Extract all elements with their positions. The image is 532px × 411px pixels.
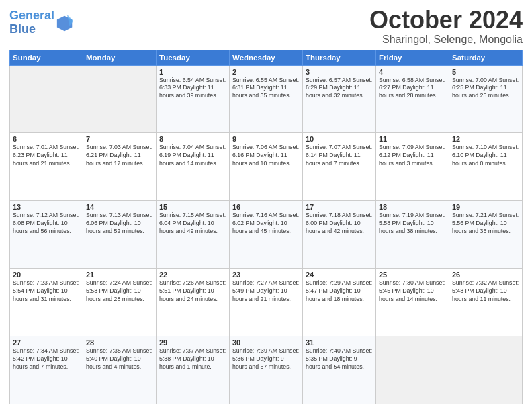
day-number: 28: [86, 338, 153, 347]
calendar-cell: 7Sunrise: 7:03 AM Sunset: 6:21 PM Daylig…: [83, 133, 157, 201]
calendar-cell: 27Sunrise: 7:34 AM Sunset: 5:42 PM Dayli…: [10, 336, 83, 404]
day-number: 19: [452, 203, 519, 211]
day-info: Sunrise: 6:55 AM Sunset: 6:31 PM Dayligh…: [232, 77, 300, 101]
calendar-cell: 22Sunrise: 7:26 AM Sunset: 5:51 PM Dayli…: [157, 269, 230, 336]
day-info: Sunrise: 7:12 AM Sunset: 6:08 PM Dayligh…: [13, 212, 80, 236]
day-number: 1: [159, 68, 226, 76]
calendar-cell: 17Sunrise: 7:18 AM Sunset: 6:00 PM Dayli…: [303, 201, 376, 269]
day-number: 9: [232, 135, 300, 143]
calendar-cell: 30Sunrise: 7:39 AM Sunset: 5:36 PM Dayli…: [230, 336, 303, 404]
day-info: Sunrise: 7:39 AM Sunset: 5:36 PM Dayligh…: [232, 347, 300, 371]
calendar-cell: 15Sunrise: 7:15 AM Sunset: 6:04 PM Dayli…: [157, 201, 230, 269]
calendar-cell: 16Sunrise: 7:16 AM Sunset: 6:02 PM Dayli…: [230, 201, 303, 269]
day-info: Sunrise: 7:07 AM Sunset: 6:14 PM Dayligh…: [306, 144, 373, 168]
calendar-cell: 25Sunrise: 7:30 AM Sunset: 5:45 PM Dayli…: [376, 269, 449, 336]
day-number: 17: [306, 203, 373, 211]
logo: General Blue: [9, 9, 75, 36]
month-title: October 2024: [369, 7, 523, 34]
logo-text: General Blue: [9, 9, 54, 36]
calendar-cell: [376, 336, 449, 404]
day-number: 7: [86, 135, 153, 143]
day-info: Sunrise: 7:37 AM Sunset: 5:38 PM Dayligh…: [159, 347, 226, 371]
day-number: 25: [379, 271, 446, 279]
weekday-header: Tuesday: [157, 50, 230, 65]
day-info: Sunrise: 7:27 AM Sunset: 5:49 PM Dayligh…: [232, 279, 300, 304]
weekday-header: Monday: [83, 50, 157, 65]
day-info: Sunrise: 6:58 AM Sunset: 6:27 PM Dayligh…: [379, 77, 446, 101]
calendar-cell: 6Sunrise: 7:01 AM Sunset: 6:23 PM Daylig…: [10, 133, 83, 201]
day-info: Sunrise: 7:19 AM Sunset: 5:58 PM Dayligh…: [379, 212, 446, 236]
day-info: Sunrise: 7:15 AM Sunset: 6:04 PM Dayligh…: [159, 212, 226, 236]
day-info: Sunrise: 6:57 AM Sunset: 6:29 PM Dayligh…: [306, 77, 373, 101]
calendar-header-row: SundayMondayTuesdayWednesdayThursdayFrid…: [10, 50, 523, 65]
day-info: Sunrise: 7:23 AM Sunset: 5:54 PM Dayligh…: [13, 279, 80, 304]
day-number: 23: [232, 271, 300, 279]
day-info: Sunrise: 7:21 AM Sunset: 5:56 PM Dayligh…: [452, 212, 519, 236]
calendar-cell: 19Sunrise: 7:21 AM Sunset: 5:56 PM Dayli…: [449, 201, 523, 269]
day-number: 31: [306, 338, 373, 347]
day-info: Sunrise: 7:01 AM Sunset: 6:23 PM Dayligh…: [13, 144, 80, 168]
day-number: 15: [159, 203, 226, 211]
calendar-cell: 4Sunrise: 6:58 AM Sunset: 6:27 PM Daylig…: [376, 65, 449, 133]
day-number: 27: [13, 338, 80, 347]
day-info: Sunrise: 7:32 AM Sunset: 5:43 PM Dayligh…: [452, 279, 519, 304]
calendar-cell: 28Sunrise: 7:35 AM Sunset: 5:40 PM Dayli…: [83, 336, 157, 404]
calendar-cell: 9Sunrise: 7:06 AM Sunset: 6:16 PM Daylig…: [230, 133, 303, 201]
day-number: 10: [306, 135, 373, 143]
day-number: 22: [159, 271, 226, 279]
day-info: Sunrise: 7:30 AM Sunset: 5:45 PM Dayligh…: [379, 279, 446, 304]
day-info: Sunrise: 7:29 AM Sunset: 5:47 PM Dayligh…: [306, 279, 373, 304]
calendar-cell: 23Sunrise: 7:27 AM Sunset: 5:49 PM Dayli…: [230, 269, 303, 336]
calendar-cell: [83, 65, 157, 133]
day-number: 26: [452, 271, 519, 279]
calendar-body: 1Sunrise: 6:54 AM Sunset: 6:33 PM Daylig…: [10, 65, 523, 404]
day-info: Sunrise: 7:06 AM Sunset: 6:16 PM Dayligh…: [232, 144, 300, 168]
calendar-cell: 14Sunrise: 7:13 AM Sunset: 6:06 PM Dayli…: [83, 201, 157, 269]
day-info: Sunrise: 7:34 AM Sunset: 5:42 PM Dayligh…: [13, 347, 80, 371]
calendar-cell: 3Sunrise: 6:57 AM Sunset: 6:29 PM Daylig…: [303, 65, 376, 133]
calendar-cell: 8Sunrise: 7:04 AM Sunset: 6:19 PM Daylig…: [157, 133, 230, 201]
calendar-cell: 2Sunrise: 6:55 AM Sunset: 6:31 PM Daylig…: [230, 65, 303, 133]
day-number: 16: [232, 203, 300, 211]
day-info: Sunrise: 7:24 AM Sunset: 5:53 PM Dayligh…: [86, 279, 153, 304]
calendar-cell: 26Sunrise: 7:32 AM Sunset: 5:43 PM Dayli…: [449, 269, 523, 336]
day-info: Sunrise: 7:10 AM Sunset: 6:10 PM Dayligh…: [452, 144, 519, 168]
calendar-cell: 18Sunrise: 7:19 AM Sunset: 5:58 PM Dayli…: [376, 201, 449, 269]
calendar-week-row: 13Sunrise: 7:12 AM Sunset: 6:08 PM Dayli…: [10, 201, 523, 269]
day-info: Sunrise: 7:09 AM Sunset: 6:12 PM Dayligh…: [379, 144, 446, 168]
calendar-table: SundayMondayTuesdayWednesdayThursdayFrid…: [9, 50, 523, 404]
calendar-cell: 21Sunrise: 7:24 AM Sunset: 5:53 PM Dayli…: [83, 269, 157, 336]
day-number: 6: [13, 135, 80, 143]
day-number: 13: [13, 203, 80, 211]
calendar-cell: 24Sunrise: 7:29 AM Sunset: 5:47 PM Dayli…: [303, 269, 376, 336]
day-info: Sunrise: 7:26 AM Sunset: 5:51 PM Dayligh…: [159, 279, 226, 304]
title-block: October 2024 Sharingol, Selenge, Mongoli…: [369, 7, 523, 46]
day-number: 11: [379, 135, 446, 143]
logo-icon: [56, 13, 75, 32]
calendar-cell: 29Sunrise: 7:37 AM Sunset: 5:38 PM Dayli…: [157, 336, 230, 404]
calendar-week-row: 1Sunrise: 6:54 AM Sunset: 6:33 PM Daylig…: [10, 65, 523, 133]
weekday-header: Sunday: [10, 50, 83, 65]
weekday-header: Wednesday: [230, 50, 303, 65]
day-info: Sunrise: 7:03 AM Sunset: 6:21 PM Dayligh…: [86, 144, 153, 168]
day-number: 2: [232, 68, 300, 76]
day-info: Sunrise: 7:00 AM Sunset: 6:25 PM Dayligh…: [452, 77, 519, 101]
day-number: 12: [452, 135, 519, 143]
calendar-cell: 20Sunrise: 7:23 AM Sunset: 5:54 PM Dayli…: [10, 269, 83, 336]
day-number: 14: [86, 203, 153, 211]
calendar-week-row: 27Sunrise: 7:34 AM Sunset: 5:42 PM Dayli…: [10, 336, 523, 404]
weekday-header: Saturday: [449, 50, 523, 65]
day-number: 20: [13, 271, 80, 279]
day-info: Sunrise: 7:16 AM Sunset: 6:02 PM Dayligh…: [232, 212, 300, 236]
calendar-week-row: 6Sunrise: 7:01 AM Sunset: 6:23 PM Daylig…: [10, 133, 523, 201]
calendar-cell: 13Sunrise: 7:12 AM Sunset: 6:08 PM Dayli…: [10, 201, 83, 269]
calendar-cell: 11Sunrise: 7:09 AM Sunset: 6:12 PM Dayli…: [376, 133, 449, 201]
day-number: 4: [379, 68, 446, 76]
day-info: Sunrise: 7:13 AM Sunset: 6:06 PM Dayligh…: [86, 212, 153, 236]
day-number: 29: [159, 338, 226, 347]
weekday-header: Friday: [376, 50, 449, 65]
calendar-cell: [10, 65, 83, 133]
location-title: Sharingol, Selenge, Mongolia: [369, 34, 523, 46]
calendar-cell: 12Sunrise: 7:10 AM Sunset: 6:10 PM Dayli…: [449, 133, 523, 201]
day-info: Sunrise: 7:35 AM Sunset: 5:40 PM Dayligh…: [86, 347, 153, 371]
